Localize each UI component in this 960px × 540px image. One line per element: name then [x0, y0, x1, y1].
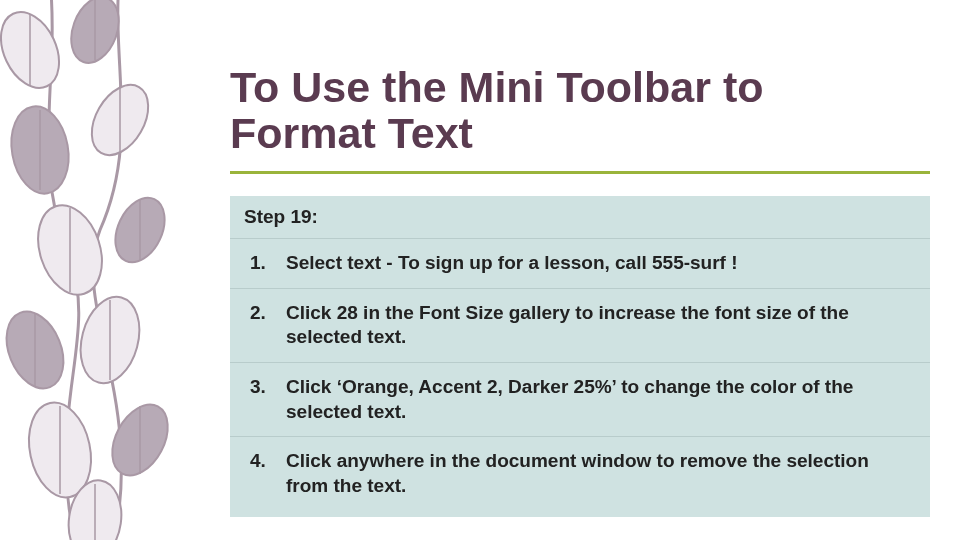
svg-point-1 [63, 0, 128, 69]
svg-point-4 [27, 197, 112, 303]
title-underline [230, 171, 930, 174]
svg-point-3 [80, 75, 160, 165]
step-item: Click 28 in the Font Size gallery to inc… [230, 289, 930, 363]
svg-point-2 [5, 102, 75, 198]
slide: To Use the Mini Toolbar to Format Text S… [0, 0, 960, 540]
slide-title: To Use the Mini Toolbar to Format Text [230, 64, 920, 157]
svg-point-8 [21, 397, 100, 503]
svg-point-10 [64, 477, 127, 540]
step-item: Select text - To sign up for a lesson, c… [230, 239, 930, 289]
svg-point-7 [72, 290, 149, 389]
svg-point-5 [106, 190, 175, 270]
leaf-decoration [0, 0, 200, 540]
step-number-label: Step 19: [230, 196, 930, 239]
step-item: Click anywhere in the document window to… [230, 437, 930, 516]
step-item: Click ‘Orange, Accent 2, Darker 25%’ to … [230, 363, 930, 437]
svg-point-9 [101, 395, 179, 485]
svg-point-0 [0, 3, 70, 97]
steps-panel: Step 19: Select text - To sign up for a … [230, 196, 930, 517]
svg-point-6 [0, 303, 74, 397]
steps-list: Select text - To sign up for a lesson, c… [230, 239, 930, 517]
content-area: To Use the Mini Toolbar to Format Text S… [230, 64, 920, 517]
